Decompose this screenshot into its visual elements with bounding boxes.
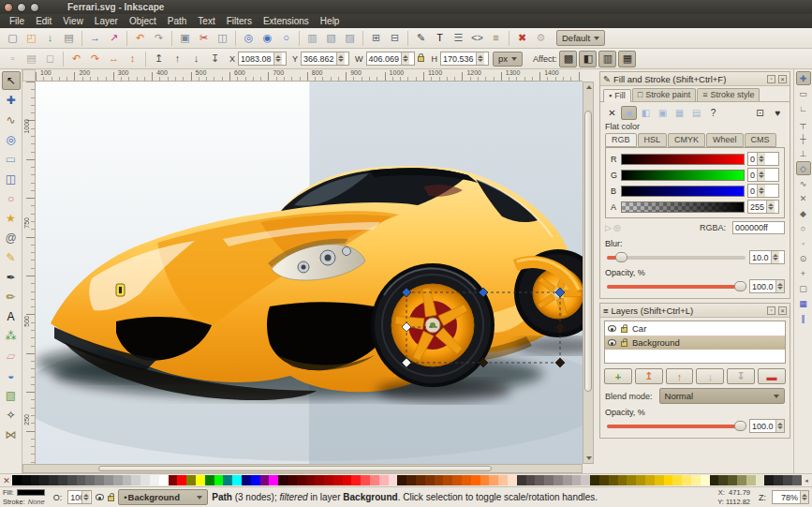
palette-swatch[interactable] (746, 475, 756, 485)
palette-swatch[interactable] (169, 475, 178, 485)
palette-scroll-icon[interactable]: ◂ (802, 477, 811, 485)
fill-stroke-indicator[interactable]: Fill: Stroke: None (3, 488, 45, 507)
fill-rule-nonzero-button[interactable]: ♥ (770, 106, 786, 120)
palette-swatch[interactable] (251, 475, 260, 485)
channel-gradient-slider[interactable] (621, 170, 745, 181)
object-opacity-input[interactable]: 100 (67, 490, 92, 504)
paint-pattern-button[interactable]: ▦ (672, 106, 687, 120)
palette-swatch[interactable] (397, 475, 406, 485)
zoom-input[interactable]: 78% (772, 490, 809, 504)
spinner-arrows[interactable] (800, 491, 808, 503)
layer-lower-button[interactable]: ↓ (696, 368, 724, 384)
snap-paths-icon[interactable]: ∿ (796, 176, 811, 190)
palette-swatch[interactable] (306, 475, 316, 485)
menu-item-path[interactable]: Path (162, 15, 193, 27)
palette-swatch[interactable] (471, 475, 480, 485)
palette-swatch[interactable] (618, 475, 627, 485)
rotate-ccw-icon[interactable]: ↶ (67, 51, 85, 67)
rotate-cw-icon[interactable]: ↷ (86, 51, 104, 67)
tab-fill[interactable]: ▪Fill (603, 89, 631, 102)
palette-swatch[interactable] (205, 475, 214, 485)
palette-swatch[interactable] (526, 475, 536, 485)
palette-swatch[interactable] (480, 475, 490, 485)
raise-icon[interactable]: ↑ (169, 51, 186, 67)
palette-swatch[interactable] (416, 475, 425, 485)
layer-row-background[interactable]: Background (605, 336, 785, 350)
channel-input[interactable]: 0 (747, 168, 779, 182)
xml-editor-icon[interactable]: <> (468, 30, 486, 47)
palette-swatch[interactable] (443, 475, 452, 485)
palette-swatch[interactable] (223, 475, 232, 485)
palette-swatch[interactable] (664, 475, 673, 485)
undo-icon[interactable]: ↶ (131, 30, 149, 47)
unlink-clone-icon[interactable]: ▨ (341, 30, 359, 47)
redo-icon[interactable]: ↷ (150, 30, 168, 47)
panel-close-button[interactable]: ✕ (778, 75, 787, 83)
palette-swatch[interactable] (544, 475, 554, 485)
scroll-down-icon[interactable] (586, 456, 592, 460)
select-all-icon[interactable]: ▤ (22, 51, 40, 67)
lock-icon[interactable] (621, 341, 627, 347)
palette-swatch[interactable] (783, 475, 792, 485)
height-input[interactable]: 170.536 (440, 52, 489, 66)
palette-swatch[interactable] (351, 475, 361, 485)
lower-icon[interactable]: ↓ (187, 51, 205, 67)
selection-to-layer-icon[interactable]: ◻ (41, 51, 59, 67)
fill-rule-evenodd-button[interactable]: ⊡ (752, 106, 768, 120)
export-icon[interactable]: ↗ (105, 30, 123, 47)
paint-none-button[interactable]: ✕ (604, 106, 620, 120)
palette-swatch[interactable] (462, 475, 471, 485)
paint-radial-gradient-button[interactable]: ▣ (655, 106, 671, 120)
palette-swatch[interactable] (49, 475, 58, 485)
panel-collapse-button[interactable]: ▫ (767, 306, 775, 315)
snap-page-border-icon[interactable]: ▢ (796, 281, 811, 295)
transform-patterns-icon[interactable]: ▦ (618, 51, 636, 67)
palette-swatch[interactable] (737, 475, 746, 485)
color-tab-cms[interactable]: CMS (745, 133, 776, 147)
layer-lock-icon[interactable] (108, 496, 114, 501)
palette-swatch[interactable] (186, 475, 196, 485)
tab-stroke-paint[interactable]: □Stroke paint (632, 88, 696, 101)
spray-tool[interactable]: ⁂ (2, 327, 21, 346)
open-folder-icon[interactable]: ◰ (22, 30, 40, 47)
spinner-arrows[interactable] (771, 251, 779, 263)
snap-object-centers-icon[interactable]: ⊙ (796, 251, 811, 265)
palette-swatch[interactable] (701, 475, 710, 485)
delete-icon[interactable]: ✖ (513, 30, 531, 47)
fill-stroke-dialog-icon[interactable]: ✎ (412, 30, 430, 47)
layers-dialog-icon[interactable]: ☰ (450, 30, 467, 47)
selector-tool[interactable]: ↖ (2, 71, 21, 90)
snap-bbox-corners-icon[interactable]: ┬ (796, 116, 811, 130)
eye-icon[interactable] (608, 339, 616, 346)
window-close-button[interactable] (4, 3, 13, 12)
spiral-tool[interactable]: @ (2, 229, 21, 247)
spinner-arrows[interactable] (775, 280, 784, 292)
zoom-drawing-icon[interactable]: ◉ (258, 30, 276, 47)
palette-swatch[interactable] (140, 475, 150, 485)
palette-swatch[interactable] (756, 475, 765, 485)
connector-tool[interactable]: ⋈ (2, 425, 21, 444)
fill-opacity-input[interactable]: 100.0 (749, 279, 785, 293)
snap-rotation-centers-icon[interactable]: + (796, 266, 811, 280)
save-icon[interactable]: ↓ (41, 30, 59, 47)
palette-swatch[interactable] (435, 475, 444, 485)
palette-swatch[interactable] (22, 475, 31, 485)
window-maximize-button[interactable] (30, 3, 39, 12)
snap-bbox-edges-icon[interactable]: ∟ (796, 101, 811, 115)
group-icon[interactable]: ⊞ (367, 30, 385, 47)
layer-raise-to-top-button[interactable]: ↥ (635, 368, 663, 384)
text-dialog-icon[interactable]: T (431, 30, 449, 47)
channel-gradient-slider[interactable] (621, 186, 745, 197)
palette-swatch[interactable] (343, 475, 352, 485)
color-tab-rgb[interactable]: RGB (605, 133, 637, 147)
paint-flat-button[interactable]: ■ (621, 106, 637, 120)
width-input[interactable]: 406.069 (366, 52, 415, 66)
palette-swatch[interactable] (691, 475, 701, 485)
palette-swatch[interactable] (572, 475, 582, 485)
node-tool[interactable]: ✚ (2, 91, 21, 110)
spinner-arrows[interactable] (273, 52, 282, 65)
box3d-tool[interactable]: ◫ (2, 170, 21, 188)
snap-grid-icon[interactable]: ▦ (796, 296, 811, 310)
spinner-arrows[interactable] (81, 491, 90, 503)
palette-swatch[interactable] (764, 475, 774, 485)
